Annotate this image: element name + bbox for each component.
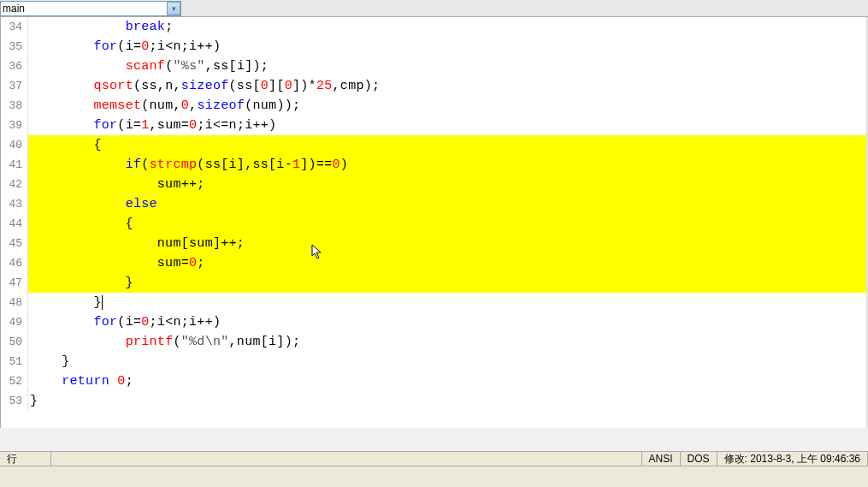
code-token: for: [93, 39, 117, 54]
code-line[interactable]: 50 printf("%d\n",num[i]);: [1, 332, 867, 352]
code-line[interactable]: 53}: [1, 391, 867, 411]
code-token: 0: [141, 315, 149, 330]
line-number: 47: [1, 273, 28, 293]
code-token: (num,: [141, 98, 181, 113]
code-token: 0: [141, 39, 149, 54]
code-token: strcmp: [150, 157, 198, 172]
status-lineend: DOS: [681, 452, 717, 466]
code-token: (num));: [245, 98, 300, 113]
code-token: (ss[i],ss[i-: [197, 157, 292, 172]
line-number: 52: [1, 371, 28, 391]
code-line[interactable]: 42 sum++;: [1, 175, 867, 194]
code-content[interactable]: }: [28, 293, 867, 312]
code-token: for: [93, 315, 117, 330]
code-token: ;i<n;i++): [150, 39, 221, 54]
code-token: (ss[: [229, 79, 261, 93]
code-content[interactable]: for(i=0;i<n;i++): [28, 37, 867, 56]
code-line[interactable]: 40 {: [1, 135, 867, 155]
code-content[interactable]: qsort(ss,n,sizeof(ss[0][0])*25,cmp);: [28, 76, 867, 96]
code-line[interactable]: 44 {: [1, 214, 867, 234]
bottom-bar: [0, 466, 868, 487]
code-line[interactable]: 46 sum=0;: [1, 253, 867, 273]
line-number: 34: [1, 17, 28, 37]
code-token: else: [126, 197, 157, 211]
code-token: ;: [197, 256, 204, 270]
line-number: 38: [1, 96, 28, 116]
code-content[interactable]: }: [28, 352, 867, 371]
code-content[interactable]: return 0;: [28, 371, 867, 391]
status-row-label: 行: [0, 452, 51, 466]
code-content[interactable]: for(i=0;i<n;i++): [28, 312, 867, 332]
code-token: (: [141, 157, 149, 172]
code-line[interactable]: 35 for(i=0;i<n;i++): [1, 37, 867, 56]
code-token: [30, 197, 126, 211]
code-token: ,ss[i]);: [205, 59, 269, 74]
line-number: 40: [1, 135, 28, 155]
code-content[interactable]: printf("%d\n",num[i]);: [28, 332, 867, 352]
code-token: {: [30, 138, 102, 152]
code-content[interactable]: sum=0;: [28, 253, 867, 273]
code-token: scanf: [126, 59, 166, 74]
code-line[interactable]: 52 return 0;: [1, 371, 867, 391]
code-line[interactable]: 39 for(i=1,sum=0;i<=n;i++): [1, 116, 867, 135]
line-number: 36: [1, 56, 28, 76]
code-line[interactable]: 48 }: [1, 293, 867, 312]
code-line[interactable]: 49 for(i=0;i<n;i++): [1, 312, 867, 332]
code-token: for: [93, 118, 117, 133]
code-line[interactable]: 51 }: [1, 352, 867, 371]
code-token: [109, 374, 117, 389]
code-token: [30, 59, 126, 74]
code-line[interactable]: 41 if(strcmp(ss[i],ss[i-1])==0): [1, 155, 867, 175]
code-token: ])==: [300, 157, 332, 172]
code-line[interactable]: 37 qsort(ss,n,sizeof(ss[0][0])*25,cmp);: [1, 76, 867, 96]
line-number: 37: [1, 76, 28, 96]
code-token: [30, 79, 93, 93]
code-token: ;i<n;i++): [150, 315, 221, 330]
code-content[interactable]: {: [28, 214, 867, 234]
code-token: }: [30, 276, 133, 290]
code-content[interactable]: memset(num,0,sizeof(num));: [28, 96, 867, 116]
code-token: [30, 157, 126, 172]
code-token: (i=: [117, 39, 141, 54]
code-token: break: [126, 20, 166, 34]
code-token: [30, 374, 62, 389]
chevron-down-icon[interactable]: ▾: [167, 2, 180, 15]
code-token: [30, 118, 93, 133]
code-content[interactable]: for(i=1,sum=0;i<=n;i++): [28, 116, 867, 135]
code-line[interactable]: 47 }: [1, 273, 867, 293]
line-number: 46: [1, 253, 28, 273]
code-line[interactable]: 36 scanf("%s",ss[i]);: [1, 56, 867, 76]
code-content[interactable]: }: [28, 273, 867, 293]
function-dropdown[interactable]: main ▾: [0, 1, 181, 16]
code-line[interactable]: 34 break;: [1, 17, 867, 37]
code-token: ,: [189, 98, 197, 113]
code-token: printf: [126, 335, 174, 349]
code-content[interactable]: sum++;: [28, 175, 867, 194]
code-line[interactable]: 45 num[sum]++;: [1, 234, 867, 253]
code-content[interactable]: else: [28, 194, 867, 214]
code-line[interactable]: 38 memset(num,0,sizeof(num));: [1, 96, 867, 116]
code-token: 0: [181, 98, 189, 113]
code-editor[interactable]: 34 break;35 for(i=0;i<n;i++)36 scanf("%s…: [0, 17, 868, 428]
code-token: sum=: [30, 256, 189, 270]
code-content[interactable]: {: [28, 135, 867, 155]
code-content[interactable]: scanf("%s",ss[i]);: [28, 56, 867, 76]
code-token: return: [62, 374, 109, 389]
code-line[interactable]: 43 else: [1, 194, 867, 214]
code-token: }: [30, 394, 38, 408]
code-token: ;i<=n;i++): [197, 118, 276, 133]
code-token: ,num[i]);: [229, 335, 301, 349]
code-token: 25: [316, 79, 333, 93]
code-content[interactable]: if(strcmp(ss[i],ss[i-1])==0): [28, 155, 867, 175]
code-token: [30, 335, 126, 349]
code-token: ][: [269, 79, 285, 93]
code-content[interactable]: }: [28, 391, 867, 411]
code-token: 0: [189, 256, 197, 270]
code-token: [30, 315, 93, 330]
code-token: memset: [93, 98, 141, 113]
code-content[interactable]: break;: [28, 17, 867, 37]
code-token: 1: [141, 118, 149, 133]
code-token: }: [30, 295, 102, 310]
code-token: ,cmp);: [333, 79, 381, 93]
code-content[interactable]: num[sum]++;: [28, 234, 867, 253]
